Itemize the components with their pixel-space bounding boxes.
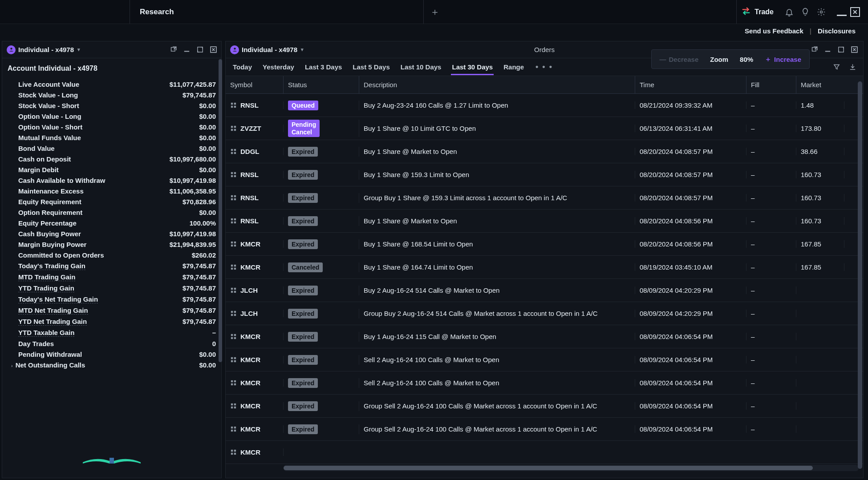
stat-row: Equity Requirement$70,828.96 — [8, 196, 216, 207]
date-tab-last-5-days[interactable]: Last 5 Days — [352, 59, 390, 75]
date-tab-last-30-days[interactable]: Last 30 Days — [451, 59, 494, 75]
svg-rect-32 — [231, 218, 233, 220]
order-row[interactable]: RNSLExpiredGroup Buy 1 Share @ 159.3 Lim… — [226, 186, 863, 210]
add-tab-button[interactable]: ＋ — [424, 0, 446, 24]
symbol-cell: RNSL — [230, 171, 259, 178]
grid-icon[interactable] — [230, 449, 237, 456]
svg-point-1 — [10, 48, 12, 49]
grid-icon[interactable] — [230, 148, 237, 155]
date-tab-today[interactable]: Today — [232, 59, 253, 75]
col-header-time[interactable]: Time — [635, 76, 746, 93]
notifications-icon[interactable] — [784, 7, 794, 17]
time-cell: 08/20/2024 04:08:56 PM — [635, 217, 746, 225]
grid-icon[interactable] — [230, 403, 237, 409]
col-header-market[interactable]: Market — [796, 76, 844, 93]
symbol-cell: KMCR — [230, 379, 260, 387]
right-scrollbar[interactable] — [858, 81, 862, 469]
order-row[interactable]: RNSLExpiredBuy 1 Share @ Market to Open0… — [226, 210, 863, 233]
window-close[interactable]: ✕ — [850, 7, 860, 17]
order-row[interactable]: DDGLExpiredBuy 1 Share @ Market to Open0… — [226, 140, 863, 163]
col-header-status[interactable]: Status — [284, 76, 359, 93]
time-cell: 08/09/2024 04:20:29 PM — [635, 310, 746, 317]
stat-row: Today's Trading Gain$79,745.87 — [8, 260, 216, 271]
maximize-panel-icon[interactable] — [836, 45, 845, 54]
grid-icon[interactable] — [230, 356, 237, 363]
settings-icon[interactable] — [816, 7, 826, 17]
grid-icon[interactable] — [230, 102, 237, 109]
status-badge: Expired — [288, 309, 318, 319]
popout-icon[interactable] — [810, 45, 819, 54]
popout-icon[interactable] — [169, 45, 178, 54]
grid-icon[interactable] — [230, 218, 237, 224]
col-header-symbol[interactable]: Symbol — [226, 76, 284, 93]
window-minimize[interactable] — [837, 11, 847, 16]
time-cell: 06/13/2024 06:31:41 AM — [635, 125, 746, 132]
svg-rect-45 — [234, 288, 236, 290]
date-tab-last-10-days[interactable]: Last 10 Days — [400, 59, 442, 75]
minus-icon: — — [660, 56, 666, 63]
account-selector[interactable]: Individual - x4978 ▾ — [7, 45, 80, 54]
order-row[interactable]: KMCR — [226, 441, 863, 464]
more-ranges-button[interactable]: • • • — [535, 62, 553, 72]
trade-button[interactable]: Trade — [736, 0, 778, 24]
col-header-description[interactable]: Description — [359, 76, 635, 93]
col-header-fill[interactable]: Fill — [746, 76, 796, 93]
order-row[interactable]: KMCRExpiredBuy 1 Aug-16-24 115 Call @ Ma… — [226, 325, 863, 348]
order-row[interactable]: JLCHExpiredBuy 2 Aug-16-24 514 Calls @ M… — [226, 279, 863, 302]
account-panel: Individual - x4978 ▾ Account Individual … — [2, 41, 222, 478]
order-row[interactable]: KMCRExpiredSell 2 Aug-16-24 100 Calls @ … — [226, 348, 863, 371]
grid-icon[interactable] — [230, 171, 237, 178]
stat-row: Equity Percentage100.00% — [8, 218, 216, 228]
date-tab-yesterday[interactable]: Yesterday — [262, 59, 295, 75]
horizontal-scrollbar-thumb[interactable] — [284, 466, 813, 470]
minimize-panel-icon[interactable] — [823, 45, 832, 54]
disclosures-link[interactable]: Disclosures — [818, 27, 856, 35]
date-tab-range[interactable]: Range — [503, 59, 525, 75]
workspace-tab-research[interactable]: Research — [130, 0, 424, 24]
top-left-spacer — [0, 0, 130, 24]
svg-rect-60 — [231, 380, 233, 382]
grid-icon[interactable] — [230, 241, 237, 247]
order-row[interactable]: ZVZZTPending CancelBuy 1 Share @ 10 Limi… — [226, 117, 863, 140]
feedback-link[interactable]: Send us Feedback — [745, 27, 803, 35]
order-row[interactable]: KMCRExpiredGroup Sell 2 Aug-16-24 100 Ca… — [226, 418, 863, 441]
order-row[interactable]: JLCHExpiredGroup Buy 2 Aug-16-24 514 Cal… — [226, 302, 863, 325]
filter-icon[interactable] — [832, 63, 841, 72]
order-row[interactable]: KMCRExpiredBuy 1 Share @ 168.54 Limit to… — [226, 233, 863, 256]
help-icon[interactable] — [800, 7, 810, 17]
order-row[interactable]: KMCRExpiredSell 2 Aug-16-24 100 Calls @ … — [226, 371, 863, 395]
stat-label: Option Value - Short — [18, 123, 82, 131]
zoom-increase-button[interactable]: ＋ Increase — [765, 55, 801, 64]
horizontal-scrollbar[interactable] — [284, 465, 859, 471]
grid-icon[interactable] — [230, 426, 237, 432]
date-tab-last-3-days[interactable]: Last 3 Days — [304, 59, 343, 75]
close-panel-icon[interactable] — [209, 45, 218, 54]
order-row[interactable]: KMCRCanceledBuy 1 Share @ 164.74 Limit t… — [226, 256, 863, 279]
net-outstanding-row[interactable]: ›Net Outstanding Calls $0.00 — [8, 359, 216, 370]
grid-icon[interactable] — [230, 310, 237, 317]
close-panel-icon[interactable] — [850, 45, 859, 54]
grid-icon[interactable] — [230, 125, 237, 132]
footer-decoration — [81, 456, 143, 464]
svg-rect-61 — [234, 380, 236, 382]
left-scrollbar[interactable] — [219, 59, 222, 362]
grid-icon[interactable] — [230, 287, 237, 294]
maximize-panel-icon[interactable] — [195, 45, 204, 54]
stat-label: Stock Value - Short — [18, 102, 79, 109]
time-cell: 08/20/2024 04:08:56 PM — [635, 240, 746, 248]
status-badge: Queued — [288, 101, 318, 110]
orders-account-selector[interactable]: Individual - x4978 ▾ — [230, 45, 304, 54]
symbol-text: KMCR — [240, 333, 260, 340]
order-row[interactable]: RNSLQueuedBuy 2 Aug-23-24 160 Calls @ 1.… — [226, 94, 863, 117]
minimize-panel-icon[interactable] — [182, 45, 191, 54]
download-icon[interactable] — [848, 63, 857, 72]
grid-icon[interactable] — [230, 264, 237, 270]
grid-icon[interactable] — [230, 333, 237, 340]
svg-rect-73 — [234, 450, 236, 452]
top-right-controls: Trade ✕ — [736, 0, 868, 24]
order-row[interactable]: KMCRExpiredGroup Sell 2 Aug-16-24 100 Ca… — [226, 395, 863, 418]
grid-icon[interactable] — [230, 194, 237, 201]
grid-icon[interactable] — [230, 379, 237, 386]
order-row[interactable]: RNSLExpiredBuy 1 Share @ 159.3 Limit to … — [226, 163, 863, 186]
zoom-decrease-button[interactable]: — Decrease — [660, 56, 699, 63]
